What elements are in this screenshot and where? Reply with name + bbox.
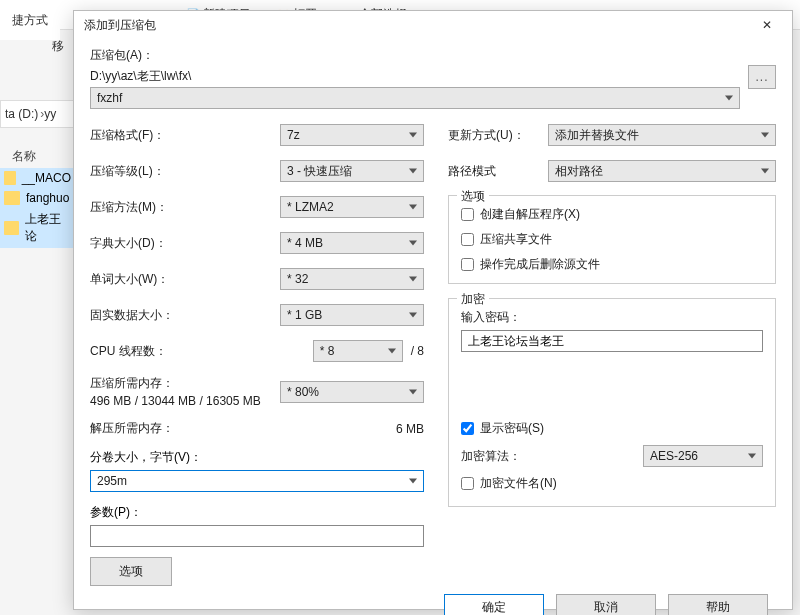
pathmode-combo[interactable]: 相对路径 [548,160,776,182]
volume-combo[interactable]: 295m [90,470,424,492]
encrypt-names-checkbox[interactable]: 加密文件名(N) [461,475,763,492]
folder-icon [4,171,16,185]
mem-decomp-label: 解压所需内存： [90,420,396,437]
dict-combo[interactable]: * 4 MB [280,232,424,254]
mem-comp-detail: 496 MB / 13044 MB / 16305 MB [90,394,280,408]
threads-label: CPU 线程数： [90,343,200,360]
encrypt-group: 加密 输入密码： 显示密码(S) 加密算法： AES-256 加密文件名(N) [448,298,776,507]
delete-checkbox[interactable]: 操作完成后删除源文件 [461,256,763,273]
params-input[interactable] [90,525,424,547]
solid-label: 固实数据大小： [90,307,200,324]
word-combo[interactable]: * 32 [280,268,424,290]
mem-comp-label: 压缩所需内存： [90,375,280,392]
format-label: 压缩格式(F)： [90,127,200,144]
archive-name-combo[interactable]: fxzhf [90,87,740,109]
dialog-title: 添加到压缩包 [84,17,156,34]
word-label: 单词大小(W)： [90,271,200,288]
list-item[interactable]: fanghuo [0,188,75,208]
algo-combo[interactable]: AES-256 [643,445,763,467]
move-label: 移 [52,38,64,55]
level-combo[interactable]: 3 - 快速压缩 [280,160,424,182]
encrypt-legend: 加密 [457,291,489,308]
ok-button[interactable]: 确定 [444,594,544,615]
archive-label: 压缩包(A)： [90,47,740,64]
algo-label: 加密算法： [461,448,643,465]
dialog-footer: 确定 取消 帮助 [74,594,792,615]
method-label: 压缩方法(M)： [90,199,200,216]
update-label: 更新方式(U)： [448,127,548,144]
list-item[interactable]: 上老王论 [0,208,75,248]
close-button[interactable]: ✕ [750,11,784,39]
shared-checkbox[interactable]: 压缩共享文件 [461,231,763,248]
folder-icon [4,191,20,205]
shortcut-label: 捷方式 [0,0,60,40]
breadcrumb[interactable]: ta (D:)› yy [0,100,75,128]
update-combo[interactable]: 添加并替换文件 [548,124,776,146]
mem-comp-combo[interactable]: * 80% [280,381,424,403]
close-icon: ✕ [762,18,772,32]
options-button[interactable]: 选项 [90,557,172,586]
list-item[interactable]: __MACO [0,168,75,188]
cancel-button[interactable]: 取消 [556,594,656,615]
help-button[interactable]: 帮助 [668,594,768,615]
password-label: 输入密码： [461,309,763,326]
threads-max: / 8 [411,344,424,358]
folder-icon [4,221,19,235]
password-input[interactable] [461,330,763,352]
format-combo[interactable]: 7z [280,124,424,146]
add-to-archive-dialog: 添加到压缩包 ✕ 压缩包(A)： D:\yy\az\老王\lw\fx\ fxzh… [73,10,793,610]
options-group: 选项 创建自解压程序(X) 压缩共享文件 操作完成后删除源文件 [448,195,776,284]
level-label: 压缩等级(L)： [90,163,200,180]
right-column: 更新方式(U)： 添加并替换文件 路径模式 相对路径 选项 创建自解压程序(X)… [448,123,776,586]
options-legend: 选项 [457,188,489,205]
params-label: 参数(P)： [90,504,424,521]
column-header-name[interactable]: 名称 [12,148,36,165]
sfx-checkbox[interactable]: 创建自解压程序(X) [461,206,763,223]
browse-button[interactable]: ... [748,65,776,89]
titlebar[interactable]: 添加到压缩包 ✕ [74,11,792,39]
file-list: __MACO fanghuo 上老王论 [0,168,75,248]
solid-combo[interactable]: * 1 GB [280,304,424,326]
archive-path: D:\yy\az\老王\lw\fx\ [90,68,740,85]
volume-label: 分卷大小，字节(V)： [90,449,424,466]
threads-combo[interactable]: * 8 [313,340,403,362]
show-password-checkbox[interactable]: 显示密码(S) [461,420,763,437]
method-combo[interactable]: * LZMA2 [280,196,424,218]
left-column: 压缩格式(F)： 7z 压缩等级(L)： 3 - 快速压缩 压缩方法(M)： *… [90,123,424,586]
pathmode-label: 路径模式 [448,163,548,180]
mem-decomp-value: 6 MB [396,422,424,436]
dict-label: 字典大小(D)： [90,235,200,252]
